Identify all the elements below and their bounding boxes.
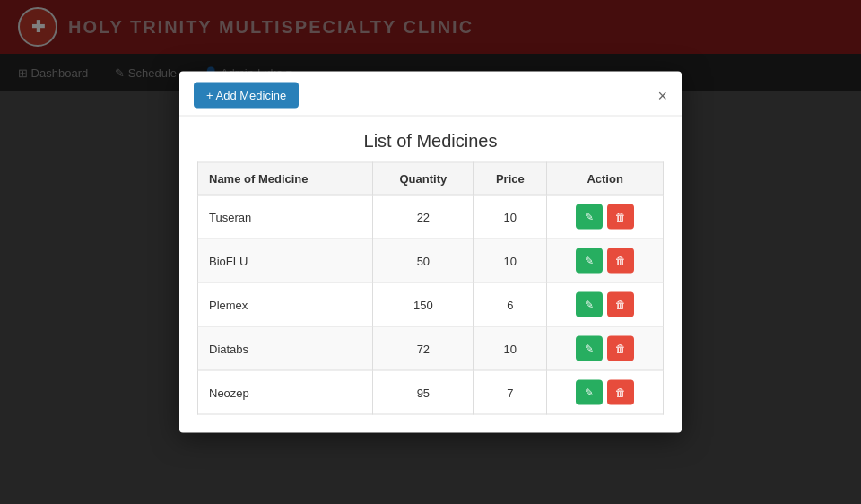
add-medicine-label: + Add Medicine — [206, 89, 286, 102]
medicine-price: 10 — [474, 195, 547, 239]
edit-icon: ✎ — [585, 211, 594, 223]
action-cell: ✎🗑 — [547, 282, 664, 326]
table-head: Name of Medicine Quantity Price Action — [198, 162, 664, 195]
edit-button[interactable]: ✎ — [576, 380, 603, 405]
table-row: Tuseran2210✎🗑 — [198, 195, 664, 239]
trash-icon: 🗑 — [615, 387, 626, 399]
col-price: Price — [474, 162, 547, 195]
trash-icon: 🗑 — [615, 343, 626, 355]
modal-body: Name of Medicine Quantity Price Action T… — [179, 162, 682, 433]
medicine-price: 6 — [474, 282, 547, 326]
table-header-row: Name of Medicine Quantity Price Action — [198, 162, 664, 195]
edit-icon: ✎ — [585, 343, 594, 355]
delete-button[interactable]: 🗑 — [607, 336, 634, 361]
medicines-modal: + Add Medicine × List of Medicines Name … — [179, 72, 682, 433]
medicine-name: BioFLU — [198, 239, 373, 282]
medicine-quantity: 22 — [373, 195, 474, 239]
edit-button[interactable]: ✎ — [576, 204, 603, 230]
delete-button[interactable]: 🗑 — [607, 248, 634, 274]
delete-button[interactable]: 🗑 — [607, 292, 634, 317]
medicine-price: 10 — [474, 239, 547, 282]
modal-header: + Add Medicine × — [179, 72, 682, 117]
action-cell: ✎🗑 — [547, 370, 664, 414]
table-row: Plemex1506✎🗑 — [198, 282, 664, 326]
edit-icon: ✎ — [585, 299, 594, 311]
action-buttons: ✎🗑 — [558, 336, 652, 361]
close-icon: × — [657, 86, 667, 104]
trash-icon: 🗑 — [615, 255, 626, 267]
action-cell: ✎🗑 — [547, 326, 664, 370]
medicine-name: Tuseran — [198, 195, 373, 239]
edit-icon: ✎ — [585, 387, 594, 399]
table-row: Neozep957✎🗑 — [198, 370, 664, 414]
medicines-table: Name of Medicine Quantity Price Action T… — [197, 162, 664, 415]
edit-icon: ✎ — [585, 255, 594, 267]
close-button[interactable]: × — [657, 87, 667, 103]
medicine-quantity: 50 — [373, 239, 474, 282]
medicine-quantity: 95 — [373, 370, 474, 414]
table-row: BioFLU5010✎🗑 — [198, 239, 664, 282]
table-row: Diatabs7210✎🗑 — [198, 326, 664, 370]
add-medicine-button[interactable]: + Add Medicine — [194, 83, 299, 109]
table-body: Tuseran2210✎🗑BioFLU5010✎🗑Plemex1506✎🗑Dia… — [198, 195, 664, 414]
medicine-quantity: 150 — [373, 282, 474, 326]
action-cell: ✎🗑 — [547, 195, 664, 239]
action-buttons: ✎🗑 — [558, 380, 652, 405]
trash-icon: 🗑 — [615, 211, 626, 223]
delete-button[interactable]: 🗑 — [607, 380, 634, 405]
edit-button[interactable]: ✎ — [576, 248, 603, 274]
medicine-name: Plemex — [198, 282, 373, 326]
action-buttons: ✎🗑 — [558, 204, 652, 230]
action-buttons: ✎🗑 — [558, 248, 652, 274]
trash-icon: 🗑 — [615, 299, 626, 311]
col-name: Name of Medicine — [198, 162, 373, 195]
medicine-name: Diatabs — [198, 326, 373, 370]
medicine-name: Neozep — [198, 370, 373, 414]
action-cell: ✎🗑 — [547, 239, 664, 282]
medicine-quantity: 72 — [373, 326, 474, 370]
edit-button[interactable]: ✎ — [576, 292, 603, 317]
action-buttons: ✎🗑 — [558, 292, 652, 317]
medicine-price: 10 — [474, 326, 547, 370]
col-action: Action — [547, 162, 664, 195]
medicine-price: 7 — [474, 370, 547, 414]
edit-button[interactable]: ✎ — [576, 336, 603, 361]
col-quantity: Quantity — [373, 162, 474, 195]
modal-title: List of Medicines — [179, 117, 682, 162]
delete-button[interactable]: 🗑 — [607, 204, 634, 230]
